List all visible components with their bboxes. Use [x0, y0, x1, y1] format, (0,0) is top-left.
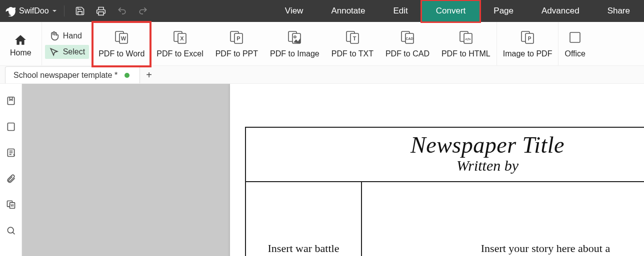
menu-label: View — [285, 6, 304, 16]
office-icon — [567, 29, 583, 45]
divider — [64, 5, 64, 16]
attachments-panel-button[interactable] — [4, 172, 18, 186]
svg-rect-27 — [8, 123, 14, 131]
pdf-to-excel-button[interactable]: X PDF to Excel — [150, 22, 209, 65]
svg-text:W: W — [121, 35, 126, 41]
svg-point-32 — [8, 227, 14, 233]
home-label: Home — [10, 48, 32, 57]
home-icon — [13, 33, 28, 46]
cad-icon: CAD — [400, 29, 416, 45]
pdf-to-cad-button[interactable]: CAD PDF to CAD — [380, 22, 436, 65]
convert-label: PDF to Image — [270, 49, 320, 58]
convert-label: PDF to Word — [98, 49, 144, 58]
dropdown-caret-icon — [52, 8, 57, 13]
newspaper-header: Newspaper Title Written by — [246, 128, 644, 182]
menu-convert[interactable]: Convert — [422, 0, 480, 22]
html-icon: </> — [458, 29, 474, 45]
document-canvas[interactable]: Newspaper Title Written by Insert war ba… — [22, 84, 644, 256]
column-2-text: Insert your story here about a — [481, 242, 610, 255]
ppt-icon: P — [228, 29, 244, 45]
image-to-pdf-icon: P — [520, 29, 536, 45]
main-menu: View Annotate Edit Convert Page Advanced… — [271, 0, 644, 22]
pdf-to-html-button[interactable]: </> PDF to HTML — [436, 22, 497, 65]
plus-icon: + — [146, 69, 152, 81]
convert-label: PDF to PPT — [216, 49, 258, 58]
page-content: Newspaper Title Written by Insert war ba… — [245, 127, 644, 256]
select-label: Select — [63, 47, 85, 56]
svg-text:</>: </> — [465, 37, 471, 41]
menu-label: Advanced — [542, 6, 580, 16]
menu-label: Page — [494, 6, 514, 16]
column-1: Insert war battle — [246, 182, 362, 256]
bookmarks-panel-button[interactable] — [4, 94, 18, 108]
modified-dot-icon — [124, 73, 130, 78]
convert-label: PDF to HTML — [442, 49, 490, 58]
columns: Insert war battle Insert your story here… — [246, 182, 644, 256]
convert-label: Image to PDF — [503, 49, 552, 58]
select-tool[interactable]: Select — [45, 45, 89, 59]
column-1-text: Insert war battle — [268, 242, 340, 255]
svg-rect-25 — [570, 32, 580, 42]
pdf-to-image-button[interactable]: PDF to Image — [264, 22, 326, 65]
new-tab-button[interactable]: + — [140, 66, 158, 83]
quick-actions — [66, 0, 154, 22]
undo-button[interactable] — [112, 0, 132, 22]
convert-panel-button[interactable]: W — [4, 198, 18, 212]
document-tab[interactable]: School newspaper template * — [5, 66, 140, 83]
pdf-to-ppt-button[interactable]: P PDF to PPT — [210, 22, 264, 65]
ribbon-toolbar: Home Hand Select W PDF to Word X PDF to … — [0, 22, 644, 66]
menu-annotate[interactable]: Annotate — [317, 0, 379, 22]
svg-text:P: P — [528, 36, 532, 41]
hand-tool[interactable]: Hand — [45, 29, 89, 43]
thumbnails-panel-button[interactable] — [4, 120, 18, 134]
newspaper-title: Newspaper Title — [256, 132, 644, 158]
page: Newspaper Title Written by Insert war ba… — [230, 84, 644, 256]
menu-label: Convert — [436, 6, 466, 16]
svg-text:CAD: CAD — [406, 37, 413, 40]
redo-button[interactable] — [132, 0, 154, 22]
svg-text:P: P — [237, 35, 240, 41]
pdf-to-word-button[interactable]: W PDF to Word — [92, 22, 150, 65]
excel-icon: X — [172, 29, 188, 45]
save-button[interactable] — [70, 0, 90, 22]
svg-text:W: W — [10, 204, 14, 207]
newspaper-subtitle: Written by — [256, 157, 644, 174]
office-button[interactable]: Office — [558, 22, 592, 65]
menu-label: Edit — [393, 6, 408, 16]
app-brand[interactable]: SwifDoo — [0, 0, 62, 22]
svg-rect-0 — [98, 12, 104, 15]
menu-share[interactable]: Share — [594, 0, 644, 22]
annotations-panel-button[interactable] — [4, 146, 18, 160]
cursor-icon — [49, 47, 59, 57]
menu-advanced[interactable]: Advanced — [528, 0, 594, 22]
search-panel-button[interactable] — [4, 224, 18, 238]
txt-icon: T — [344, 29, 360, 45]
pdf-to-txt-button[interactable]: T PDF to TXT — [326, 22, 380, 65]
image-to-pdf-button[interactable]: P Image to PDF — [497, 22, 559, 65]
menu-edit[interactable]: Edit — [379, 0, 422, 22]
svg-text:X: X — [180, 35, 184, 41]
side-rail: W — [0, 84, 22, 256]
bird-logo-icon — [5, 5, 16, 16]
menu-label: Annotate — [331, 6, 365, 16]
convert-label: Office — [564, 49, 586, 58]
document-tabstrip: School newspaper template * + — [0, 66, 644, 84]
column-2: Insert your story here about a — [362, 182, 644, 256]
menu-label: Share — [608, 6, 630, 16]
home-button[interactable]: Home — [0, 22, 42, 65]
hand-label: Hand — [63, 31, 82, 40]
word-icon: W — [114, 29, 130, 45]
menu-view[interactable]: View — [271, 0, 318, 22]
svg-text:T: T — [352, 35, 356, 41]
image-icon — [286, 29, 302, 45]
menu-page[interactable]: Page — [480, 0, 528, 22]
title-bar: SwifDoo View Annotate Edit Convert Page … — [0, 0, 644, 22]
hand-icon — [49, 31, 59, 41]
convert-label: PDF to Excel — [156, 49, 203, 58]
workspace: W Newspaper Title Written by Insert war … — [0, 84, 644, 256]
print-button[interactable] — [90, 0, 112, 22]
convert-label: PDF to TXT — [332, 49, 374, 58]
document-tab-title: School newspaper template * — [14, 71, 118, 80]
app-name: SwifDoo — [19, 6, 49, 15]
convert-label: PDF to CAD — [386, 49, 430, 58]
